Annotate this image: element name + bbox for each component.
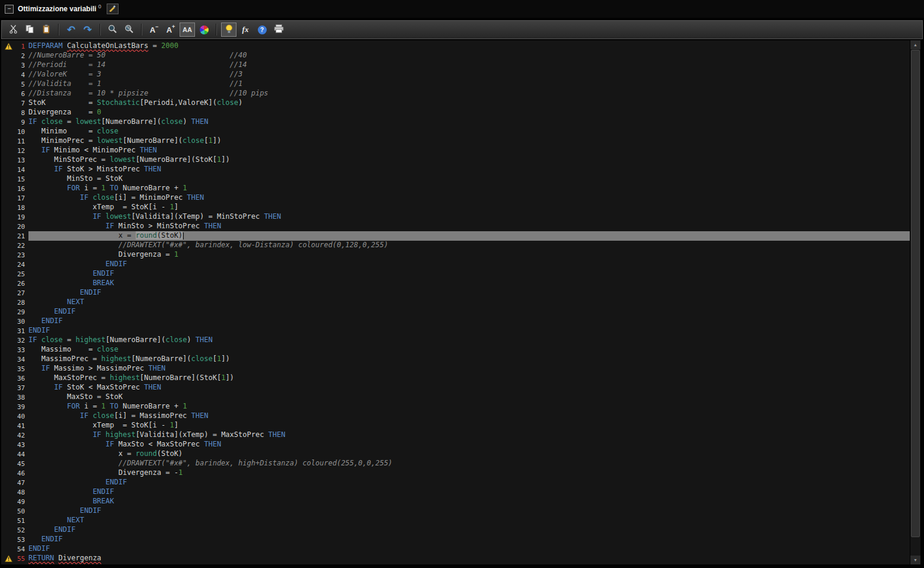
- line-number[interactable]: 35: [17, 365, 28, 373]
- code-line[interactable]: 8Divergenza = 0: [1, 108, 910, 117]
- code-line[interactable]: 33 Massimo = close: [1, 345, 910, 355]
- code-line[interactable]: 50 ENDIF: [1, 506, 910, 516]
- code-line[interactable]: 4//ValoreK = 3 //3: [1, 70, 910, 79]
- line-number[interactable]: 16: [17, 185, 28, 193]
- line-number[interactable]: 43: [17, 441, 28, 449]
- warning-icon[interactable]: [1, 43, 17, 50]
- scroll-track[interactable]: [910, 49, 920, 556]
- line-number[interactable]: 26: [17, 280, 28, 288]
- line-number[interactable]: 5: [17, 81, 28, 88]
- line-number[interactable]: 32: [17, 337, 28, 344]
- line-number[interactable]: 42: [17, 432, 28, 439]
- line-number[interactable]: 7: [17, 100, 28, 107]
- line-number[interactable]: 55: [17, 555, 28, 563]
- warning-icon[interactable]: [1, 555, 17, 562]
- code-line[interactable]: 15 MinSto = StoK: [1, 174, 910, 184]
- decrease-font-button[interactable]: A−: [146, 23, 162, 37]
- code-line[interactable]: 30 ENDIF: [1, 317, 910, 326]
- code-line[interactable]: 46 Divergenza = -1: [1, 468, 910, 478]
- code-line[interactable]: 1DEFPARAM CalculateOnLastBars = 2000: [1, 42, 910, 51]
- line-number[interactable]: 14: [17, 166, 28, 174]
- scroll-up-button[interactable]: ▲: [910, 40, 920, 49]
- line-number[interactable]: 2: [17, 52, 28, 60]
- line-number[interactable]: 36: [17, 375, 28, 382]
- code-line[interactable]: 10 Minimo = close: [1, 127, 910, 136]
- undo-button[interactable]: ↶: [63, 23, 79, 37]
- line-number[interactable]: 22: [17, 242, 28, 250]
- line-number[interactable]: 53: [17, 536, 28, 544]
- code-line[interactable]: 23 Divergenza = 1: [1, 250, 910, 260]
- line-number[interactable]: 50: [17, 508, 28, 515]
- line-number[interactable]: 54: [17, 545, 28, 553]
- line-number[interactable]: 18: [17, 204, 28, 212]
- code-line[interactable]: 9IF close = lowest[NumeroBarre](close) T…: [1, 117, 910, 127]
- code-line[interactable]: 12 IF Minimo < MinimoPrec THEN: [1, 146, 910, 155]
- line-number[interactable]: 24: [17, 261, 28, 269]
- line-number[interactable]: 12: [17, 147, 28, 155]
- code-line[interactable]: 40 IF close[i] = MassimoPrec THEN: [1, 411, 910, 421]
- code-line[interactable]: 27 ENDIF: [1, 288, 910, 298]
- line-number[interactable]: 51: [17, 517, 28, 525]
- code-line[interactable]: 6//Distanza = 10 * pipsize //10 pips: [1, 89, 910, 98]
- line-number[interactable]: 17: [17, 194, 28, 202]
- code-line[interactable]: 18 xTemp = StoK[i - 1]: [1, 203, 910, 212]
- code-line[interactable]: 13 MinStoPrec = lowest[NumeroBarre](StoK…: [1, 155, 910, 165]
- line-number[interactable]: 45: [17, 460, 28, 468]
- code-line[interactable]: 24 ENDIF: [1, 260, 910, 269]
- line-number[interactable]: 37: [17, 384, 28, 392]
- line-number[interactable]: 11: [17, 138, 28, 145]
- code-line[interactable]: 28 NEXT: [1, 298, 910, 307]
- line-number[interactable]: 49: [17, 498, 28, 506]
- line-number[interactable]: 40: [17, 413, 28, 420]
- scroll-down-button[interactable]: ▼: [910, 556, 920, 564]
- syntax-colors-button[interactable]: [196, 23, 212, 37]
- code-lines[interactable]: 1DEFPARAM CalculateOnLastBars = 20002//N…: [1, 40, 910, 564]
- code-line[interactable]: 11 MinimoPrec = lowest[NumeroBarre](clos…: [1, 136, 910, 146]
- line-number[interactable]: 1: [17, 43, 28, 50]
- collapse-button[interactable]: −: [5, 5, 14, 14]
- code-line[interactable]: 25 ENDIF: [1, 269, 910, 279]
- line-number[interactable]: 52: [17, 526, 28, 534]
- code-line[interactable]: 31ENDIF: [1, 326, 910, 336]
- line-number[interactable]: 6: [17, 90, 28, 98]
- code-line[interactable]: 55RETURN Divergenza: [1, 554, 910, 563]
- line-number[interactable]: 41: [17, 422, 28, 430]
- code-line[interactable]: 2//NumeroBarre = 50 //40: [1, 51, 910, 60]
- line-number[interactable]: 3: [17, 62, 28, 69]
- line-number[interactable]: 31: [17, 327, 28, 335]
- code-line[interactable]: 29 ENDIF: [1, 307, 910, 317]
- code-line[interactable]: 3//Periodi = 14 //14: [1, 60, 910, 70]
- line-number[interactable]: 46: [17, 470, 28, 477]
- line-number[interactable]: 10: [17, 128, 28, 136]
- code-line[interactable]: 51 NEXT: [1, 516, 910, 525]
- code-line[interactable]: 53 ENDIF: [1, 535, 910, 544]
- print-button[interactable]: [271, 23, 286, 37]
- code-line[interactable]: 41 xTemp = StoK[i - 1]: [1, 421, 910, 430]
- line-number[interactable]: 34: [17, 356, 28, 363]
- line-number[interactable]: 9: [17, 119, 28, 126]
- code-line[interactable]: 37 IF StoK < MaxStoPrec THEN: [1, 383, 910, 393]
- line-number[interactable]: 44: [17, 451, 28, 458]
- code-line[interactable]: 54ENDIF: [1, 544, 910, 554]
- code-line[interactable]: 16 FOR i = 1 TO NumeroBarre + 1: [1, 184, 910, 193]
- line-number[interactable]: 48: [17, 489, 28, 496]
- line-number[interactable]: 21: [17, 232, 28, 240]
- code-line[interactable]: 52 ENDIF: [1, 525, 910, 535]
- line-number[interactable]: 13: [17, 157, 28, 164]
- copy-button[interactable]: [22, 23, 37, 37]
- code-line[interactable]: 32IF close = highest[NumeroBarre](close)…: [1, 336, 910, 345]
- line-number[interactable]: 19: [17, 213, 28, 221]
- cut-button[interactable]: [5, 23, 21, 37]
- code-line[interactable]: 44 x = round(StoK): [1, 449, 910, 459]
- line-number[interactable]: 20: [17, 223, 28, 231]
- line-number[interactable]: 28: [17, 299, 28, 307]
- code-line[interactable]: 35 IF Massimo > MassimoPrec THEN: [1, 364, 910, 374]
- line-number[interactable]: 4: [17, 71, 28, 79]
- code-line[interactable]: 45 //DRAWTEXT("#x#", barindex, high+Dist…: [1, 459, 910, 468]
- optimization-wand-button[interactable]: [107, 4, 119, 14]
- line-number[interactable]: 38: [17, 394, 28, 401]
- code-line[interactable]: 17 IF close[i] = MinimoPrec THEN: [1, 193, 910, 203]
- paste-button[interactable]: [39, 23, 54, 37]
- hints-toggle-button[interactable]: [221, 23, 236, 37]
- code-line[interactable]: 26 BREAK: [1, 279, 910, 288]
